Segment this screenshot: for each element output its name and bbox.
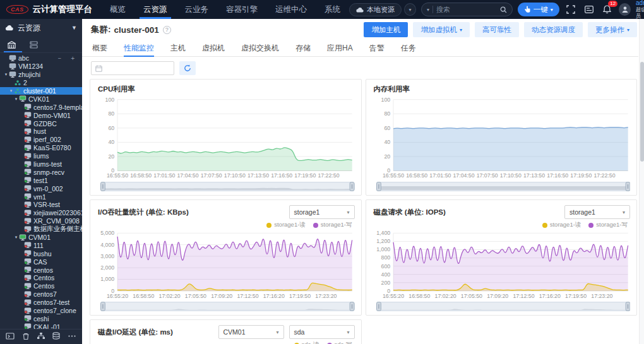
tab-4[interactable]: 虚拟交换机 — [241, 40, 279, 56]
datazoom-slider-cpu[interactable] — [100, 182, 355, 191]
datazoom-slider-iops[interactable] — [376, 302, 631, 311]
tree-item-ceshi[interactable]: ceshi — [0, 315, 82, 323]
chart-selector-io-0[interactable]: storage1▾ — [289, 205, 355, 219]
chart-selector-iops-0[interactable]: storage1▾ — [564, 205, 630, 219]
tab-7[interactable]: 告警 — [369, 40, 385, 56]
expand-caret-icon[interactable]: ▾ — [3, 72, 9, 77]
tree-item-snmp-recv[interactable]: snmp-recv — [0, 168, 82, 176]
tree-item-centos7[interactable]: centos7 — [0, 290, 82, 299]
vertical-scrollbar[interactable] — [639, 19, 644, 344]
fullscreen-icon[interactable] — [564, 3, 578, 16]
notification-bell-icon[interactable]: 12 — [600, 3, 614, 16]
action-button-1[interactable]: 增加虚拟机▾ — [413, 22, 470, 37]
tree-item-abc[interactable]: abc－ ＋ — [0, 54, 82, 62]
legend-item[interactable]: sda-写 — [327, 341, 352, 344]
user-info[interactable]: admin 超级管理员 — [636, 0, 644, 19]
onekey-button[interactable]: 一键 ▾ — [518, 3, 559, 16]
expand-caret-icon[interactable]: ▾ — [13, 97, 19, 102]
nav-item-0[interactable]: 概览 — [101, 0, 134, 19]
search-category-caret[interactable]: ▾ — [427, 7, 429, 13]
tree-item-CKAL-01[interactable]: CKAL-01 — [0, 323, 82, 329]
tree-item-KaaS-E0780[interactable]: KaaS-E0780 — [0, 144, 82, 152]
legend-item[interactable]: storage1-读 — [266, 221, 306, 229]
tree-item-vm1[interactable]: vm1 — [0, 193, 82, 201]
sidebar-header[interactable]: 云资源 ▼ — [0, 19, 82, 37]
tree-item-vm-0_002[interactable]: vm-0_002 — [0, 184, 82, 193]
trash-icon[interactable] — [21, 331, 30, 343]
task-panel-icon[interactable] — [583, 3, 596, 16]
nav-item-1[interactable]: 云资源 — [134, 0, 176, 19]
chart-selector-latency-1[interactable]: sda▾ — [289, 325, 355, 339]
tree-item-111[interactable]: 111 — [0, 241, 82, 249]
tree-item-VSR-test[interactable]: VSR-test — [0, 201, 82, 209]
tab-5[interactable]: 存储 — [295, 40, 311, 56]
resource-scope-selector[interactable]: 本地资源 — [349, 3, 402, 16]
tree-item-数据库业务侧主机mysql[interactable]: 数据库业务侧主机mysql — [0, 225, 82, 234]
expand-caret-icon[interactable]: ▾ — [8, 88, 14, 93]
tree-item-cluster-001[interactable]: ▾cluster-001 — [0, 87, 82, 95]
datazoom-slider-memory[interactable] — [376, 182, 631, 191]
tree-item-iperf_002[interactable]: iperf_002 — [0, 136, 82, 144]
tab-6[interactable]: 应用HA — [327, 40, 353, 56]
tab-1[interactable]: 性能监控 — [124, 40, 154, 56]
date-range-input[interactable] — [91, 61, 174, 75]
vertical-scrollbar-thumb[interactable] — [640, 62, 644, 162]
chart-title-iops: 磁盘请求 (单位: IOPS) — [374, 208, 446, 217]
sidebar-title-caret[interactable]: ▼ — [71, 25, 77, 31]
tree-item-centos7_clone[interactable]: centos7_clone — [0, 307, 82, 315]
nav-item-3[interactable]: 容器引擎 — [217, 0, 266, 19]
tree-item-centos[interactable]: centos — [0, 266, 82, 274]
info-icon[interactable]: ? — [163, 26, 171, 34]
tree-item-centos7.9-template[interactable]: centos7.9-template — [0, 103, 82, 111]
nav-item-5[interactable]: 系统 — [316, 0, 349, 19]
tree-item-centos7-test[interactable]: centos7-test — [0, 299, 82, 307]
legend-item[interactable]: storage1-写 — [313, 221, 352, 229]
tree-item-CAS[interactable]: CAS — [0, 258, 82, 266]
tree-item-CVM01[interactable]: ▾CVM01 — [0, 234, 82, 242]
tab-0[interactable]: 概要 — [92, 40, 107, 56]
legend-item[interactable]: storage1-写 — [588, 221, 628, 229]
legend-item[interactable]: storage1-读 — [542, 221, 581, 229]
topology-icon[interactable] — [37, 331, 45, 343]
tree-view-tab[interactable] — [8, 37, 16, 52]
action-button-4[interactable]: 更多操作▾ — [588, 22, 637, 37]
console-icon[interactable] — [6, 331, 15, 343]
tree-item-XR_CVM_0908[interactable]: XR_CVM_0908 — [0, 217, 82, 225]
tree-item-VM1234[interactable]: VM1234 — [0, 62, 82, 71]
search-box[interactable]: ▾ — [421, 3, 513, 16]
tree-item-liums-test[interactable]: liums-test — [0, 160, 82, 169]
tab-3[interactable]: 虚拟机 — [202, 40, 225, 56]
tab-2[interactable]: 主机 — [170, 40, 186, 56]
tree-item-GZDBC[interactable]: GZDBC — [0, 119, 82, 128]
action-button-3[interactable]: 动态资源调度 — [524, 22, 583, 37]
tree-item-bushu[interactable]: bushu — [0, 249, 82, 258]
search-icon[interactable] — [500, 6, 507, 13]
tree-item-Centos[interactable]: Centos — [0, 282, 82, 290]
tree-item-CVK01[interactable]: ▾CVK01 — [0, 95, 82, 103]
nav-item-4[interactable]: 运维中心 — [266, 0, 316, 19]
more-icon[interactable] — [68, 331, 76, 343]
user-avatar[interactable] — [619, 3, 631, 16]
expand-caret-icon[interactable]: ▾ — [13, 235, 19, 240]
search-input[interactable] — [436, 6, 497, 13]
list-view-tab[interactable] — [30, 37, 38, 52]
tree-item-hust[interactable]: hust — [0, 128, 82, 136]
datazoom-slider-io[interactable] — [100, 302, 355, 311]
tree-item-test1[interactable]: test1 — [0, 176, 82, 184]
chart-selector-latency-0[interactable]: CVM01▾ — [218, 325, 284, 339]
tree-item-zhujichi[interactable]: ▾zhujichi — [0, 71, 82, 79]
storage-icon[interactable] — [52, 331, 61, 343]
tree-item-2[interactable]: 2 — [0, 79, 82, 87]
action-button-2[interactable]: 高可靠性 — [475, 22, 519, 37]
resource-scope-caret[interactable]: ▾ — [404, 3, 416, 16]
action-button-0[interactable]: 增加主机 — [364, 22, 408, 37]
legend-item[interactable]: sda-读 — [294, 341, 319, 344]
nav-item-2[interactable]: 云业务 — [176, 0, 218, 19]
refresh-button[interactable] — [179, 61, 196, 75]
tree-item-liums[interactable]: liums — [0, 152, 82, 160]
tree-item-xiejiawei20230612[interactable]: xiejiawei20230612 — [0, 209, 82, 217]
tab-8[interactable]: 任务 — [401, 40, 416, 56]
tree-zoom-controls[interactable]: － ＋ — [56, 54, 82, 62]
tree-item-Centos[interactable]: Centos — [0, 274, 82, 282]
tree-item-Demo-VM01[interactable]: Demo-VM01 — [0, 111, 82, 119]
